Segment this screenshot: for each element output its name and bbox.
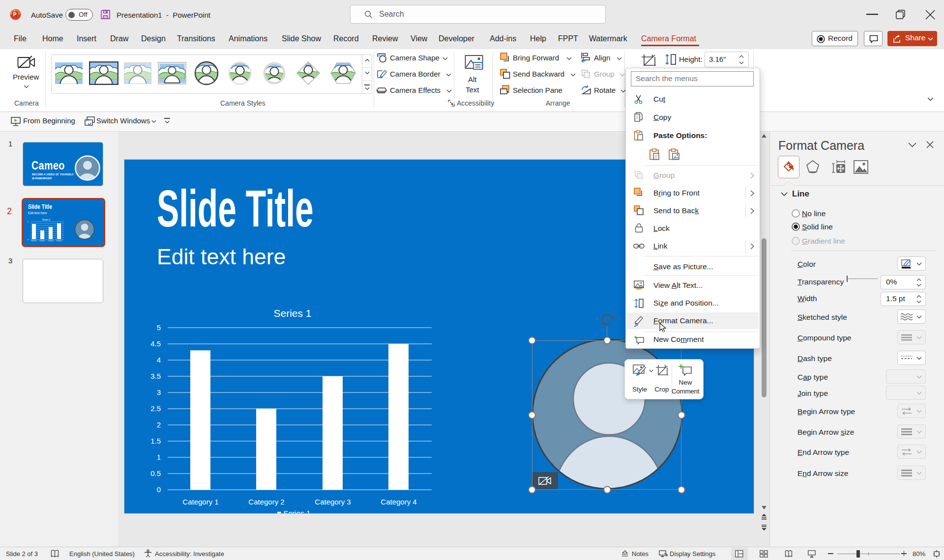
svg-text:Series 1: Series 1 (42, 219, 51, 221)
svg-text:2.5: 2.5 (150, 404, 161, 413)
svg-text:4.5: 4.5 (150, 339, 161, 348)
svg-text:0: 0 (157, 485, 161, 494)
svg-text:Category 1: Category 1 (31, 240, 37, 242)
svg-text:0.5: 0.5 (150, 469, 161, 477)
svg-text:Category 3: Category 3 (48, 240, 54, 242)
svg-text:1.5: 1.5 (150, 437, 161, 445)
svg-text:1: 1 (157, 453, 161, 461)
svg-text:5: 5 (157, 323, 161, 332)
svg-text:Category 4: Category 4 (381, 498, 416, 506)
svg-text:Category 2: Category 2 (39, 240, 46, 242)
svg-text:Series 1: Series 1 (273, 308, 311, 319)
svg-text:Category 2: Category 2 (248, 498, 284, 506)
svg-text:Category 3: Category 3 (315, 498, 351, 506)
svg-text:3.5: 3.5 (150, 372, 161, 380)
svg-text:5: 5 (28, 221, 29, 223)
svg-text:0: 0 (28, 239, 29, 241)
svg-text:2: 2 (157, 420, 161, 429)
svg-text:P: P (13, 11, 17, 17)
svg-text:Category 4: Category 4 (56, 240, 62, 242)
svg-text:4: 4 (157, 356, 161, 364)
svg-text:3: 3 (157, 388, 161, 396)
svg-text:Category 1: Category 1 (182, 498, 218, 506)
